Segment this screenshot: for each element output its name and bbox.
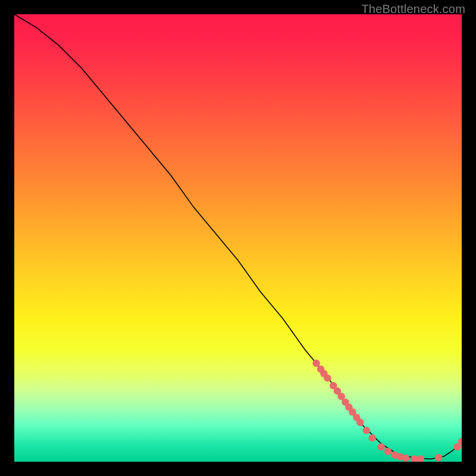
chart-data-point [324,374,331,381]
chart-points-group [312,359,462,462]
chart-curve [14,14,462,459]
chart-data-point [368,434,375,441]
chart-data-point [417,455,424,462]
watermark-text: TheBottleneck.com [361,2,465,16]
chart-data-point [363,427,370,434]
chart-data-point [402,455,409,462]
chart-plot-area [14,14,462,462]
chart-svg-layer [14,14,462,462]
chart-data-point [411,455,418,462]
chart-data-point [384,448,392,455]
chart-data-point [356,419,364,426]
chart-data-point [312,359,320,367]
chart-data-point [377,443,384,450]
chart-data-point [435,454,442,461]
